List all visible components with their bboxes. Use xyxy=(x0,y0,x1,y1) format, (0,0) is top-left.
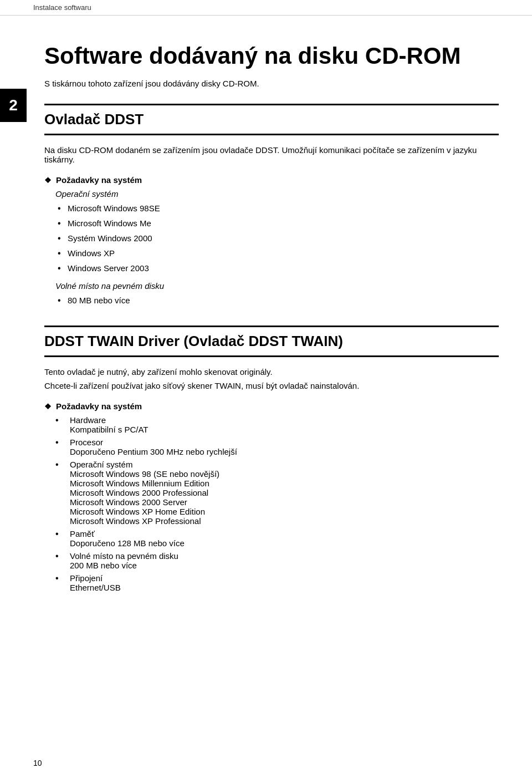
bullet-icon: • xyxy=(55,573,70,583)
hw-detail-1: Doporučeno Pentium 300 MHz nebo rychlejš… xyxy=(70,447,237,456)
section1-os-label: Operační systém xyxy=(55,189,499,199)
hardware-item-2: • Operační systém Microsoft Windows 98 (… xyxy=(55,460,499,526)
list-item: Microsoft Windows 98SE xyxy=(55,201,499,216)
hardware-item-5: • Připojení Ethernet/USB xyxy=(55,573,499,592)
subtitle-text: S tiskárnou tohoto zařízení jsou dodáván… xyxy=(44,79,499,88)
content-area: Software dodávaný na disku CD-ROM S tisk… xyxy=(0,16,532,617)
bullet-icon: • xyxy=(55,438,70,448)
hardware-item-0: • Hardware Kompatibilní s PC/AT xyxy=(55,415,499,434)
list-item: Systém Windows 2000 xyxy=(55,231,499,246)
diamond-icon-1: ❖ xyxy=(44,176,52,185)
hw-label-0: Hardware xyxy=(70,415,148,425)
section1-description: Na disku CD-ROM dodaném se zařízením jso… xyxy=(44,145,499,164)
section2-description1: Tento ovladač je nutný, aby zařízení moh… xyxy=(44,367,499,377)
chapter-number: 2 xyxy=(9,96,18,114)
hardware-item-1: • Procesor Doporučeno Pentium 300 MHz ne… xyxy=(55,438,499,456)
hw-label-4: Volné místo na pevném disku xyxy=(70,551,178,561)
list-item: Windows Server 2003 xyxy=(55,261,499,276)
hardware-item-3: • Paměť Doporučeno 128 MB nebo více xyxy=(55,529,499,548)
hw-detail-4: 200 MB nebo více xyxy=(70,561,178,570)
hw-detail-2-5: Microsoft Windows XP Professional xyxy=(70,516,219,526)
hw-label-2: Operační systém xyxy=(70,460,219,469)
page-number: 10 xyxy=(33,759,42,767)
hw-label-5: Připojení xyxy=(70,573,121,583)
chapter-sidebar: 2 xyxy=(0,89,27,122)
section2-title: DDST TWAIN Driver (Ovladač DDST TWAIN) xyxy=(44,333,343,349)
hw-detail-2-2: Microsoft Windows 2000 Professional xyxy=(70,488,219,497)
list-item: Windows XP xyxy=(55,246,499,261)
hw-detail-0: Kompatibilní s PC/AT xyxy=(70,425,148,434)
hardware-item-4: • Volné místo na pevném disku 200 MB neb… xyxy=(55,551,499,570)
breadcrumb: Instalace softwaru xyxy=(0,0,532,16)
section2-header: DDST TWAIN Driver (Ovladač DDST TWAIN) xyxy=(44,326,499,357)
section1-requirements-heading: ❖ Požadavky na systém xyxy=(44,175,499,185)
hw-detail-2-1: Microsoft Windows Millennium Edition xyxy=(70,479,219,488)
section1-os-list: Microsoft Windows 98SE Microsoft Windows… xyxy=(55,201,499,276)
hw-detail-2-3: Microsoft Windows 2000 Server xyxy=(70,497,219,507)
section1-title: Ovladač DDST xyxy=(44,111,144,128)
section2-description2: Chcete-li zařízení používat jako síťový … xyxy=(44,381,499,390)
bullet-icon: • xyxy=(55,551,70,561)
hw-label-1: Procesor xyxy=(70,438,237,447)
hw-detail-2-4: Microsoft Windows XP Home Edition xyxy=(70,507,219,516)
section1-disk-list: 80 MB nebo více xyxy=(55,293,499,308)
section1-header: Ovladač DDST xyxy=(44,104,499,135)
hw-detail-5: Ethernet/USB xyxy=(70,583,121,592)
hw-detail-2-0: Microsoft Windows 98 (SE nebo novější) xyxy=(70,469,219,479)
bullet-icon: • xyxy=(55,460,70,470)
bullet-icon: • xyxy=(55,415,70,425)
diamond-icon-2: ❖ xyxy=(44,402,52,411)
hw-label-3: Paměť xyxy=(70,529,185,538)
section2-requirements-heading: ❖ Požadavky na systém xyxy=(44,401,499,411)
list-item: Microsoft Windows Me xyxy=(55,216,499,231)
bullet-icon: • xyxy=(55,529,70,539)
page-main-title: Software dodávaný na disku CD-ROM xyxy=(44,43,499,69)
list-item: 80 MB nebo více xyxy=(55,293,499,308)
section2-hardware-list: • Hardware Kompatibilní s PC/AT • Proces… xyxy=(55,415,499,592)
page-container: Instalace softwaru 2 Software dodávaný n… xyxy=(0,0,532,783)
hw-detail-3: Doporučeno 128 MB nebo více xyxy=(70,538,185,548)
section1-disk-label: Volné místo na pevném disku xyxy=(55,281,499,291)
